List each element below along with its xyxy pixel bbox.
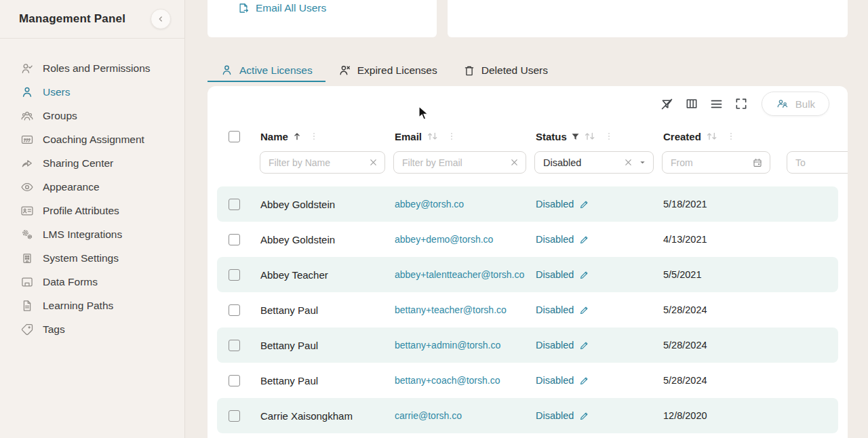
gears-icon [20,228,34,241]
edit-pencil-icon[interactable] [579,235,589,245]
clear-icon[interactable] [624,158,633,167]
status-value: Disabled [536,340,574,351]
top-card-left: Email All Users [208,0,437,37]
columns-icon[interactable] [685,97,698,111]
created-date: 5/5/2021 [663,269,701,280]
user-icon [220,64,233,77]
sidebar-item-system-settings[interactable]: System Settings [0,246,184,270]
fullscreen-icon[interactable] [734,97,748,111]
tab-active-licenses[interactable]: Active Licenses [208,60,326,82]
user-email-link[interactable]: bettany+teacher@torsh.co [395,304,507,315]
sort-asc-icon[interactable] [292,131,302,142]
edit-pencil-icon[interactable] [579,376,589,386]
filter-off-icon[interactable] [660,97,674,111]
clear-icon[interactable] [510,158,519,167]
clear-icon[interactable] [369,158,378,167]
edit-pencil-icon[interactable] [579,199,589,210]
column-menu-icon[interactable] [726,132,736,141]
sidebar-item-profile-attributes[interactable]: Profile Attributes [0,199,184,222]
status-filter-select[interactable]: Disabled [534,151,654,174]
status-value: Disabled [536,234,574,245]
bulk-button-label: Bulk [795,98,815,110]
calendar-icon[interactable] [752,157,763,168]
user-email-link[interactable]: abbey+demo@torsh.co [395,234,493,245]
row-checkbox[interactable] [229,375,240,386]
row-checkbox[interactable] [229,304,240,316]
top-card-right [448,0,848,37]
tab-deleted-users[interactable]: Deleted Users [450,60,561,82]
user-name: Bettany Paul [260,304,318,316]
name-filter-field [260,151,385,174]
row-checkbox[interactable] [229,234,240,245]
density-icon[interactable] [709,97,724,111]
sidebar-collapse-button[interactable] [151,9,171,29]
sidebar-nav: Roles and Permissions Users Groups Coach… [0,39,184,341]
select-all-checkbox[interactable] [229,131,240,142]
user-email-link[interactable]: bettany+admin@torsh.co [395,340,500,351]
sidebar-item-tags[interactable]: Tags [0,317,184,341]
column-header-email[interactable]: Email [385,131,526,142]
trash-icon [463,64,475,77]
user-email-link[interactable]: abbey@torsh.co [395,199,464,210]
email-all-users-link[interactable]: Email All Users [237,2,326,14]
table-row: Abbey Teacher abbey+talentteacher@torsh.… [208,257,848,292]
row-checkbox[interactable] [229,340,240,351]
user-name: Abbey Teacher [260,269,328,281]
column-header-status[interactable]: Status [526,131,654,142]
row-checkbox[interactable] [229,269,240,281]
sidebar-item-label: Profile Attributes [43,205,119,217]
filter-active-icon[interactable] [570,132,580,142]
sidebar-item-coaching-assignment[interactable]: Coaching Assignment [0,127,184,151]
status-filter-value: Disabled [543,157,620,168]
sidebar-item-learning-paths[interactable]: Learning Paths [0,294,184,317]
column-header-name[interactable]: Name [251,131,385,142]
created-date: 5/28/2024 [663,304,707,315]
tab-expired-licenses[interactable]: Expired Licenses [326,60,450,82]
sidebar-item-label: Sharing Center [43,157,113,170]
edit-pencil-icon[interactable] [579,340,589,351]
sidebar-item-roles-and-permissions[interactable]: Roles and Permissions [0,56,184,80]
column-menu-icon[interactable] [604,132,614,141]
sidebar-item-lms-integrations[interactable]: LMS Integrations [0,222,184,246]
row-checkbox[interactable] [229,199,240,210]
chevron-left-icon [157,15,165,23]
email-all-users-label: Email All Users [256,2,326,14]
sidebar-item-users[interactable]: Users [0,80,184,104]
edit-pencil-icon[interactable] [579,270,589,280]
sort-icon[interactable] [583,131,597,142]
email-filter-input[interactable] [402,157,506,168]
sidebar-item-label: Data Forms [43,276,98,288]
share-icon [20,157,34,170]
edit-pencil-icon[interactable] [579,305,589,315]
tab-label: Active Licenses [239,64,313,77]
table-row: Bettany Paul bettany+teacher@torsh.co Di… [208,292,848,327]
user-email-link[interactable]: carrie@torsh.co [395,410,462,421]
status-value: Disabled [536,199,574,210]
name-filter-input[interactable] [269,157,365,168]
table-header-row: Name Email Status Created [208,121,848,151]
row-checkbox[interactable] [229,410,240,422]
created-date: 12/8/2020 [663,410,707,421]
sidebar: Management Panel Roles and Permissions U… [0,0,185,438]
created-from-input[interactable] [671,157,748,168]
created-to-input[interactable] [795,157,848,168]
id-card-icon [20,204,34,218]
sidebar-item-sharing-center[interactable]: Sharing Center [0,151,184,175]
bulk-button[interactable]: Bulk [762,92,829,116]
column-header-created[interactable]: Created [654,131,848,142]
user-email-link[interactable]: bettany+coach@torsh.co [395,375,500,386]
created-to-field [787,151,848,174]
column-menu-icon[interactable] [447,132,456,141]
sidebar-item-data-forms[interactable]: Data Forms [0,270,184,294]
sidebar-item-label: Learning Paths [43,300,113,312]
edit-pencil-icon[interactable] [579,411,589,421]
sort-icon[interactable] [705,131,719,142]
license-tabs: Active Licenses Expired Licenses Deleted… [208,60,561,82]
email-filter-field [393,151,526,174]
chevron-down-icon[interactable] [639,159,646,166]
sort-icon[interactable] [425,131,440,142]
sidebar-item-appearance[interactable]: Appearance [0,175,184,199]
column-menu-icon[interactable] [309,132,319,141]
sidebar-item-groups[interactable]: Groups [0,104,184,127]
user-email-link[interactable]: abbey+talentteacher@torsh.co [395,269,524,280]
